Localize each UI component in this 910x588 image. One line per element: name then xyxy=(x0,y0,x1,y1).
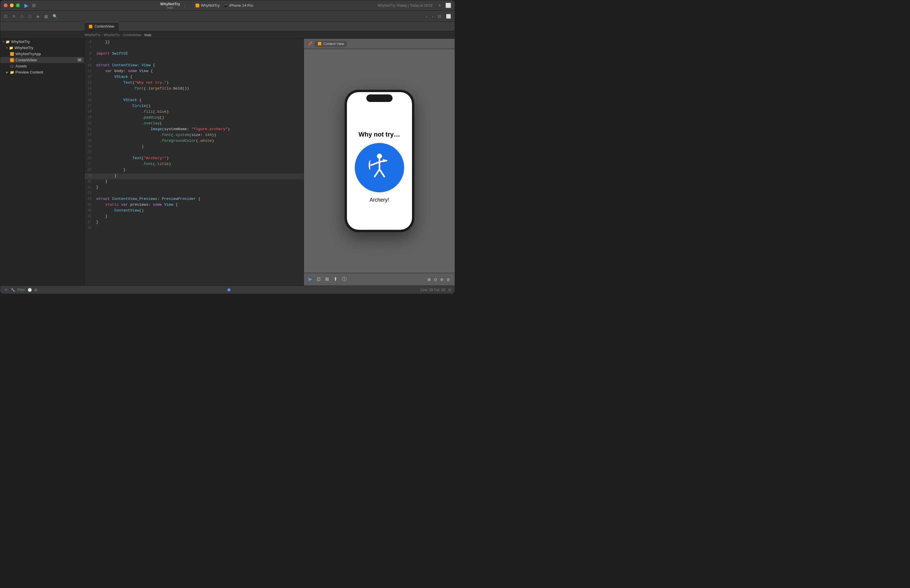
minimize-button[interactable] xyxy=(10,3,14,7)
code-line-18: 18 .fill(.blue) xyxy=(84,110,304,115)
preview-title-button[interactable]: 🟧 Content View xyxy=(315,41,347,47)
code-line-11: 11 var body: some View { xyxy=(84,69,304,75)
break-btn[interactable]: ◇ xyxy=(19,13,25,19)
traffic-lights xyxy=(4,3,20,7)
breadcrumb-sep-3: › xyxy=(142,33,144,37)
phone-app-title: Why not try… xyxy=(359,131,400,138)
code-line-33: 33 struct ContentView_Previews: PreviewP… xyxy=(84,197,304,202)
breadcrumb-4[interactable]: body xyxy=(144,33,151,37)
code-lines: 6 }} 7 8 import SwiftUI 9 10 str xyxy=(84,39,304,233)
breadcrumb-3[interactable]: ContentView xyxy=(123,33,141,37)
inspect-btn[interactable]: 🔍 xyxy=(51,13,59,19)
sidebar-item-assets[interactable]: 🗂 Assets xyxy=(0,63,84,69)
code-line-6: 6 }} xyxy=(84,40,304,45)
preview-view-label: Content View xyxy=(323,42,344,46)
add-editor-button[interactable]: ＋ xyxy=(437,2,442,8)
env-btn[interactable]: ◈ xyxy=(35,13,41,19)
toolbar-left: ⊡ ✕ ◇ ⬡ ◈ ▦ 🔍 xyxy=(3,13,59,19)
preview-swift-icon: 🟧 xyxy=(318,42,322,45)
tab-contentview[interactable]: 🟧 ContentView xyxy=(84,22,118,31)
preview-play-btn[interactable]: ▶ xyxy=(309,276,312,283)
sidebar-item-whynottry-group[interactable]: ▾ 📁 WhyNotTry xyxy=(0,45,84,51)
close-button[interactable] xyxy=(4,3,8,7)
play-button[interactable]: ▶ xyxy=(24,2,29,9)
zoom-in-btn[interactable]: ⊕ xyxy=(427,277,431,282)
svg-line-5 xyxy=(380,169,385,176)
device-label: iPhone 14 Pro xyxy=(229,3,253,8)
code-line-30: 30 } xyxy=(84,179,304,185)
sidebar-item-preview-content[interactable]: ▶ 📁 Preview Content xyxy=(0,69,84,75)
phone-screen: Why not try… xyxy=(347,92,412,230)
stop-btn[interactable]: ✕ xyxy=(11,13,17,19)
sidebar-item-whynottry-root[interactable]: ▾ 📁 WhyNotTry xyxy=(0,39,84,45)
panel-toggle-btn[interactable]: ⬜ xyxy=(444,13,453,19)
sidebar-item-contentview[interactable]: 🟧 ContentView M xyxy=(0,57,84,63)
code-line-36: 36 } xyxy=(84,214,304,220)
code-line-22: 22 .font(.system(size: 144)) xyxy=(84,133,304,139)
code-line-25: 25 xyxy=(84,150,304,156)
code-line-38: 38 xyxy=(84,226,304,231)
pin-button[interactable]: 📌 xyxy=(307,42,312,46)
code-line-9: 9 xyxy=(84,57,304,63)
sidebar-label-3: WhyNotTryApp xyxy=(15,52,41,56)
project-info: WhyNotTry main xyxy=(160,2,180,9)
code-line-23: 23 .foregroundColor(.white) xyxy=(84,139,304,144)
hex-btn[interactable]: ⬡ xyxy=(27,13,33,19)
device-selector[interactable]: 🟧 WhyNotTry › 📱 iPhone 14 Pro xyxy=(195,3,253,8)
phone-notch xyxy=(366,94,393,102)
nav-back-btn[interactable]: ‹ xyxy=(425,13,429,19)
sidebar-label-6: Preview Content xyxy=(15,70,43,74)
preview-tb-right: ⊕ ⊙ ⊖ ⊘ xyxy=(427,277,450,282)
project-name: WhyNotTry xyxy=(160,2,180,6)
code-line-13: 13 Text("Why not try…") xyxy=(84,81,304,86)
preview-toolbar: ▶ ⊡ ⊞ ⬆ ⓘ ⊕ ⊙ ⊖ ⊘ xyxy=(304,273,455,286)
preview-grid-btn[interactable]: ⊞ xyxy=(325,276,329,283)
project-branch: main xyxy=(167,6,173,9)
modified-badge: M xyxy=(77,58,82,62)
clock-icon: 🕐 xyxy=(27,288,32,292)
code-line-24: 24 ) xyxy=(84,144,304,150)
sidebar: ▾ 📁 WhyNotTry ▾ 📁 WhyNotTry 🟧 WhyNotTryA… xyxy=(0,39,84,286)
layout-toggle-icon[interactable]: ⊞ xyxy=(32,3,36,8)
statusbar: ＋ 🔧 Filter 🕐 ⊞ Line: 29 Col: 10 ⊡ xyxy=(0,286,455,294)
sidebar-label: WhyNotTry xyxy=(11,39,30,44)
breadcrumb-1[interactable]: WhyNotTry xyxy=(84,33,100,37)
sidebar-label-4: ContentView xyxy=(15,58,37,62)
sidebar-item-whynotttryapp[interactable]: 🟧 WhyNotTryApp xyxy=(0,51,84,57)
code-line-28: 28 } xyxy=(84,168,304,173)
titlebar-right: ＋ ⬜ xyxy=(437,2,451,8)
preview-share-btn[interactable]: ⬆ xyxy=(333,276,337,283)
split-view-button[interactable]: ⬜ xyxy=(445,3,451,8)
svg-line-4 xyxy=(375,169,380,176)
sidebar-toggle-btn[interactable]: ⊡ xyxy=(3,13,9,19)
preview-device-btn[interactable]: ⊡ xyxy=(317,276,320,283)
code-line-37: 37 } xyxy=(84,220,304,226)
zoom-reset-btn[interactable]: ⊘ xyxy=(446,277,450,282)
sidebar-label-5: Assets xyxy=(15,64,27,68)
phone-circle xyxy=(355,143,404,192)
breadcrumb-2[interactable]: WhyNotTry xyxy=(104,33,120,37)
filter-icon: 🔧 xyxy=(11,288,15,292)
code-line-34: 34 static var previews: some View { xyxy=(84,202,304,208)
tab-label: ContentView xyxy=(94,24,114,29)
maximize-button[interactable] xyxy=(16,3,20,7)
code-line-20: 20 .overlay( xyxy=(84,121,304,127)
code-line-12: 12 VStack { xyxy=(84,75,304,81)
code-line-7: 7 xyxy=(84,45,304,52)
code-line-19: 19 .padding() xyxy=(84,115,304,121)
zoom-fit-btn[interactable]: ⊙ xyxy=(434,277,437,282)
sidebar-label-2: WhyNotTry xyxy=(15,45,33,50)
grid-btn[interactable]: ▦ xyxy=(43,13,49,19)
code-editor[interactable]: 6 }} 7 8 import SwiftUI 9 10 str xyxy=(84,39,304,286)
code-line-27: 27 .font(.title) xyxy=(84,162,304,168)
assets-icon: 🗂 xyxy=(10,64,14,68)
zoom-out-btn[interactable]: ⊖ xyxy=(440,277,444,282)
preview-info-btn[interactable]: ⓘ xyxy=(342,276,347,283)
project-label2: WhyNotTry xyxy=(201,3,220,8)
inspector-toggle-btn[interactable]: ⊟ xyxy=(436,13,443,19)
nav-fwd-btn[interactable]: › xyxy=(430,13,435,19)
code-line-29: 29 } xyxy=(84,173,304,179)
layout-btn[interactable]: ⊡ xyxy=(448,288,451,292)
add-file-btn[interactable]: ＋ xyxy=(4,287,8,293)
filter-label: Filter xyxy=(18,288,25,292)
